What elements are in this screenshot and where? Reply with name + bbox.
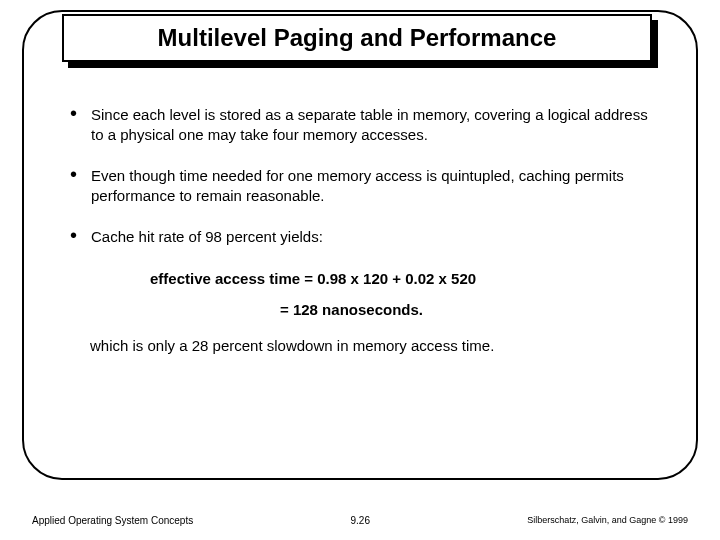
bullet-item: • Since each level is stored as a separa…	[70, 105, 660, 144]
calc-line-1: effective access time = 0.98 x 120 + 0.0…	[150, 269, 660, 289]
bullet-icon: •	[70, 227, 77, 247]
bullet-text: Even though time needed for one memory a…	[91, 166, 660, 205]
bullet-icon: •	[70, 166, 77, 205]
closing-text: which is only a 28 percent slowdown in m…	[90, 336, 660, 356]
calculation-block: effective access time = 0.98 x 120 + 0.0…	[150, 269, 660, 320]
title-box: Multilevel Paging and Performance	[62, 14, 652, 62]
bullet-item: • Cache hit rate of 98 percent yields:	[70, 227, 660, 247]
calc-line-2: = 128 nanoseconds.	[280, 300, 660, 320]
bullet-text: Since each level is stored as a separate…	[91, 105, 660, 144]
footer-center: 9.26	[351, 515, 370, 526]
bullet-item: • Even though time needed for one memory…	[70, 166, 660, 205]
slide-content: • Since each level is stored as a separa…	[70, 105, 660, 355]
bullet-text: Cache hit rate of 98 percent yields:	[91, 227, 323, 247]
bullet-icon: •	[70, 105, 77, 144]
slide-title: Multilevel Paging and Performance	[158, 24, 557, 52]
footer-right: Silberschatz, Galvin, and Gagne © 1999	[527, 515, 688, 526]
footer: Applied Operating System Concepts 9.26 S…	[0, 515, 720, 526]
footer-left: Applied Operating System Concepts	[32, 515, 193, 526]
